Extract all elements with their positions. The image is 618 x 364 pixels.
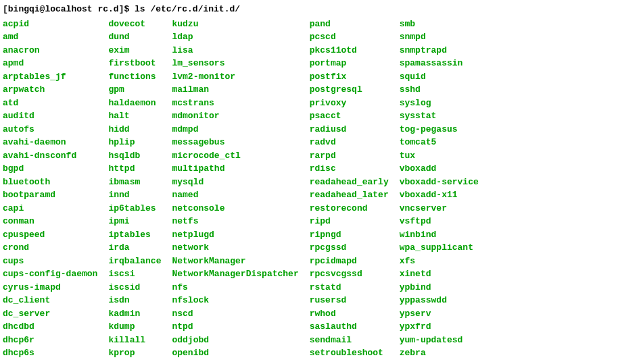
file-entry: vboxadd [400,162,479,176]
file-entry: dhcp6r [3,334,97,347]
file-entry: radiusd [310,123,389,136]
file-entry: NetworkManager [172,255,298,268]
file-entry: halt [108,109,161,123]
file-entry: syslog [400,97,479,110]
file-entry: zebra [400,346,479,360]
file-entry: arptables_jf [3,70,97,84]
file-entry: innd [108,188,161,202]
file-entry: pand [310,18,389,31]
file-entry: iscsid [108,281,161,294]
file-entry: wpa_supplicant [400,241,479,255]
file-entry: netfs [172,215,298,228]
file-entry: vncserver [400,202,479,215]
file-entry: cups-config-daemon [3,267,97,281]
file-entry: psacct [310,109,389,123]
file-entry: rwhod [310,307,389,321]
file-entry: microcode_ctl [172,149,298,163]
file-entry: mcstrans [172,97,298,110]
file-entry: firstboot [108,57,161,70]
file-entry: mdmonitor [172,109,298,123]
file-entry: xinetd [400,267,479,281]
col-0: acpidamdanacronapmdarptables_jfarpwatcha… [3,18,97,360]
file-entry: oddjobd [172,334,298,347]
col-3: pandpcscdpkcs11otdportmappostfixpostgres… [310,18,389,360]
file-entry: pcscd [310,30,389,44]
file-entry: ip6tables [108,202,161,215]
file-entry: hsqldb [108,149,161,163]
file-entry: nfslock [172,294,298,307]
file-entry: radvd [310,136,389,149]
file-entry: rstatd [310,281,389,294]
file-entry: exim [108,44,161,57]
file-entry: snmpd [400,30,479,44]
file-entry: httpd [108,162,161,176]
col-4: smbsnmpdsnmptrapdspamassassinsquidsshdsy… [400,18,479,360]
file-entry: dhcdbd [3,320,97,334]
file-entry: netconsole [172,202,298,215]
file-entry: isdn [108,294,161,307]
file-entry: cpuspeed [3,228,97,242]
file-entry: lisa [172,44,298,57]
prompt-user-host: [bingqi@localhost rc.d]$ [3,4,135,14]
file-entry: ypserv [400,307,479,321]
file-entry: mysqld [172,176,298,189]
file-entry: postfix [310,70,389,84]
file-entry: yppasswdd [400,294,479,307]
file-entry: irqbalance [108,255,161,268]
file-entry: apmd [3,57,97,70]
shell-prompt: [bingqi@localhost rc.d]$ ls /etc/rc.d/in… [3,3,615,16]
file-entry: xfs [400,255,479,268]
file-entry: autofs [3,123,97,136]
col-2: kudzuldaplisalm_sensorslvm2-monitormailm… [172,18,298,360]
file-entry: bootparamd [3,188,97,202]
file-entry: bluetooth [3,176,97,189]
file-entry: hidd [108,123,161,136]
file-entry: ripngd [310,228,389,242]
file-entry: smb [400,18,479,31]
file-entry: dc_server [3,307,97,321]
file-entry: yum-updatesd [400,334,479,347]
file-entry: ypbind [400,281,479,294]
file-entry: ripd [310,215,389,228]
file-entry: tux [400,149,479,163]
file-entry: atd [3,97,97,110]
file-entry: dc_client [3,294,97,307]
file-entry: anacron [3,44,97,57]
file-entry: vboxadd-x11 [400,188,479,202]
file-entry: netplugd [172,228,298,242]
file-entry: privoxy [310,97,389,110]
file-entry: auditd [3,109,97,123]
file-entry: postgresql [310,83,389,97]
file-entry: cups [3,255,97,268]
file-entry: kprop [108,346,161,360]
file-entry: nfs [172,281,298,294]
command-text: ls /etc/rc.d/init.d/ [135,4,240,14]
file-entry: dhcp6s [3,346,97,360]
file-entry: kadmin [108,307,161,321]
file-entry: avahi-dnsconfd [3,149,97,163]
file-entry: restorecond [310,202,389,215]
file-entry: pkcs11otd [310,44,389,57]
file-entry: network [172,241,298,255]
file-entry: rusersd [310,294,389,307]
file-entry: ibmasm [108,176,161,189]
file-entry: dovecot [108,18,161,31]
file-entry: mailman [172,83,298,97]
file-entry: rpcgssd [310,241,389,255]
file-entry: conman [3,215,97,228]
file-entry: messagebus [172,136,298,149]
file-entry: spamassassin [400,57,479,70]
file-entry: vboxadd-service [400,176,479,189]
file-entry: sysstat [400,109,479,123]
file-entry: hplip [108,136,161,149]
file-entry: capi [3,202,97,215]
file-entry: readahead_later [310,188,389,202]
file-entry: ipmi [108,215,161,228]
file-entry: killall [108,334,161,347]
file-entry: squid [400,70,479,84]
file-entry: readahead_early [310,176,389,189]
file-entry: winbind [400,228,479,242]
file-entry: avahi-daemon [3,136,97,149]
file-entry: NetworkManagerDispatcher [172,267,298,281]
file-entry: rdisc [310,162,389,176]
